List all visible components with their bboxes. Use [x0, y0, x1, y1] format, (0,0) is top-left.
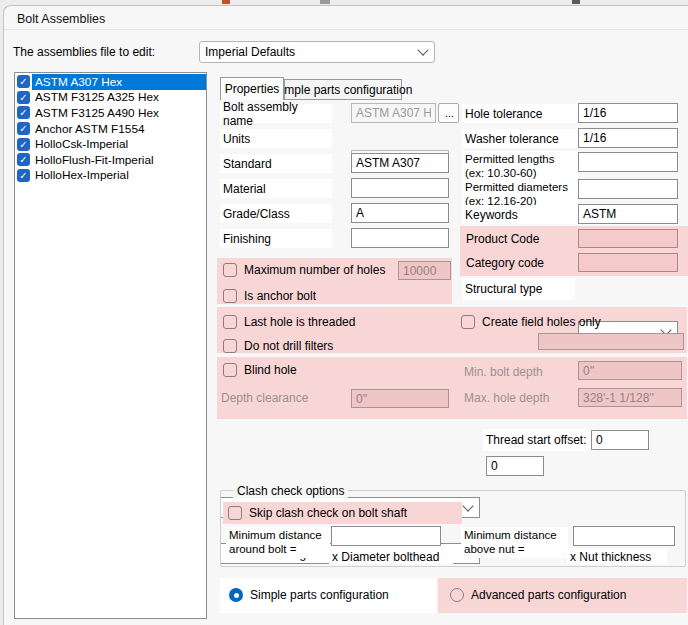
clash-check-group-label: Clash check options — [233, 484, 348, 498]
list-item[interactable]: ✓ Anchor ASTM F1554 — [15, 121, 206, 137]
blind-hole-checkbox[interactable] — [223, 363, 237, 377]
list-item[interactable]: ✓ HolloHex-Imperial — [15, 168, 206, 184]
background-window-fragment — [222, 0, 230, 4]
list-item[interactable]: ✓ ASTM F3125 A490 Hex — [15, 105, 206, 121]
keywords-field[interactable] — [578, 204, 678, 224]
list-item-label: ASTM F3125 A325 Hex — [32, 90, 206, 106]
simple-parts-radio-label: Simple parts configuration — [250, 588, 389, 602]
checked-checkbox-icon[interactable]: ✓ — [17, 91, 30, 104]
grade-class-field[interactable] — [351, 203, 449, 223]
diameter-bolthead-suffix: x Diameter bolthead — [329, 549, 453, 564]
min-distance-around-bolt-field[interactable] — [331, 526, 441, 546]
browse-button[interactable]: ... — [438, 103, 459, 123]
list-item[interactable]: ✓ HolloCsk-Imperial — [15, 136, 206, 152]
blind-hole-row: Blind hole — [223, 363, 297, 377]
last-hole-is-threaded-label: Last hole is threaded — [244, 315, 355, 329]
simple-parts-radio[interactable] — [229, 588, 243, 602]
min-distance-around-bolt-label: Minimum distance around bolt = — [226, 527, 330, 558]
list-item[interactable]: ✓ ASTM A307 Hex — [15, 74, 206, 90]
list-item-label: HolloCsk-Imperial — [32, 136, 206, 152]
skip-clash-check-row: Skip clash check on bolt shaft — [228, 506, 407, 520]
added-boltlength-amount-field[interactable] — [486, 456, 544, 476]
hole-tolerance-label: Hole tolerance — [462, 104, 578, 123]
checked-checkbox-icon[interactable]: ✓ — [17, 75, 30, 88]
drill-filter-field — [538, 333, 684, 350]
min-distance-above-nut-field[interactable] — [573, 526, 675, 546]
checked-checkbox-icon[interactable]: ✓ — [17, 122, 30, 135]
list-item[interactable]: ✓ HolloFlush-Fit-Imperial — [15, 152, 206, 168]
bolt-assembly-name-label: Bolt assembly name — [220, 104, 332, 123]
product-code-field[interactable] — [578, 229, 678, 248]
last-hole-is-threaded-checkbox[interactable] — [223, 315, 237, 329]
simple-parts-radio-row[interactable]: Simple parts configuration — [229, 588, 389, 602]
is-anchor-bolt-label: Is anchor bolt — [244, 289, 316, 303]
tab-properties[interactable]: Properties — [220, 77, 284, 100]
create-field-holes-only-label: Create field holes only — [482, 315, 601, 329]
thread-start-offset-field[interactable] — [591, 430, 649, 450]
chevron-down-icon — [417, 44, 428, 55]
max-hole-depth-label: Max. hole depth — [464, 391, 549, 405]
finishing-field[interactable] — [351, 228, 449, 248]
depth-clearance-label: Depth clearance — [221, 391, 308, 405]
permitted-diameters-field[interactable] — [578, 179, 678, 199]
assemblies-file-label: The assemblies file to edit: — [13, 45, 155, 59]
assembly-listbox[interactable]: ✓ ASTM A307 Hex ✓ ASTM F3125 A325 Hex ✓ … — [14, 72, 207, 619]
maximum-number-of-holes-row: Maximum number of holes — [223, 263, 385, 277]
maximum-number-of-holes-field — [398, 261, 451, 280]
background-window-fragment — [572, 0, 580, 4]
category-code-field[interactable] — [578, 253, 678, 272]
title-separator — [4, 29, 688, 30]
structural-type-label: Structural type — [462, 278, 575, 300]
permitted-lengths-label: Permitted lengths (ex: 10.30-60) — [462, 151, 578, 181]
background-window-fragment — [320, 0, 330, 4]
advanced-parts-radio-label: Advanced parts configuration — [471, 588, 626, 602]
list-item-label: ASTM A307 Hex — [32, 74, 206, 90]
checked-checkbox-icon[interactable]: ✓ — [17, 153, 30, 166]
checked-checkbox-icon[interactable]: ✓ — [17, 106, 30, 119]
checked-checkbox-icon[interactable]: ✓ — [17, 169, 30, 182]
checked-checkbox-icon[interactable]: ✓ — [17, 138, 30, 151]
create-field-holes-only-row: Create field holes only — [461, 315, 601, 329]
nut-thickness-suffix: x Nut thickness — [567, 549, 667, 564]
do-not-drill-filters-checkbox[interactable] — [223, 339, 237, 353]
skip-clash-check-label: Skip clash check on bolt shaft — [249, 506, 407, 520]
bolt-assembly-name-field — [351, 103, 436, 123]
permitted-lengths-field[interactable] — [578, 152, 678, 172]
do-not-drill-filters-row: Do not drill filters — [223, 339, 333, 353]
last-hole-is-threaded-row: Last hole is threaded — [223, 315, 355, 329]
assemblies-file-value: Imperial Defaults — [205, 45, 295, 59]
material-field[interactable] — [351, 178, 449, 198]
washer-tolerance-field[interactable] — [578, 128, 678, 148]
skip-clash-check-checkbox[interactable] — [228, 506, 242, 520]
max-hole-depth-field — [578, 388, 682, 407]
advanced-parts-radio-row[interactable]: Advanced parts configuration — [450, 588, 626, 602]
finishing-label: Finishing — [220, 229, 332, 248]
bolt-assemblies-dialog: Bolt Assemblies The assemblies file to e… — [3, 5, 688, 625]
min-distance-above-nut-label: Minimum distance above nut = — [461, 527, 568, 558]
hole-tolerance-field[interactable] — [578, 103, 678, 123]
min-bolt-depth-label: Min. bolt depth — [464, 365, 543, 379]
is-anchor-bolt-checkbox[interactable] — [223, 289, 237, 303]
list-item[interactable]: ✓ ASTM F3125 A325 Hex — [15, 90, 206, 106]
keywords-label: Keywords — [462, 205, 578, 224]
advanced-parts-radio[interactable] — [450, 588, 464, 602]
list-item-label: HolloHex-Imperial — [32, 168, 206, 184]
min-bolt-depth-field — [578, 361, 682, 380]
thread-start-offset-label: Thread start offset: — [483, 429, 595, 451]
units-label: Units — [220, 129, 332, 148]
tab-simple-parts-configuration[interactable]: Simple parts configuration — [284, 79, 402, 100]
standard-label: Standard — [220, 154, 332, 173]
grade-class-label: Grade/Class — [220, 204, 332, 223]
list-item-label: Anchor ASTM F1554 — [32, 121, 206, 137]
blind-hole-label: Blind hole — [244, 363, 297, 377]
category-code-label: Category code — [466, 256, 544, 270]
washer-tolerance-label: Washer tolerance — [462, 129, 578, 148]
maximum-number-of-holes-checkbox[interactable] — [223, 263, 237, 277]
screenshot-root: Bolt Assemblies The assemblies file to e… — [0, 0, 688, 625]
list-item-label: ASTM F3125 A490 Hex — [32, 105, 206, 121]
assemblies-file-select[interactable]: Imperial Defaults — [199, 41, 435, 63]
material-label: Material — [220, 179, 332, 198]
do-not-drill-filters-label: Do not drill filters — [244, 339, 333, 353]
standard-field[interactable] — [351, 153, 449, 173]
create-field-holes-only-checkbox[interactable] — [461, 315, 475, 329]
